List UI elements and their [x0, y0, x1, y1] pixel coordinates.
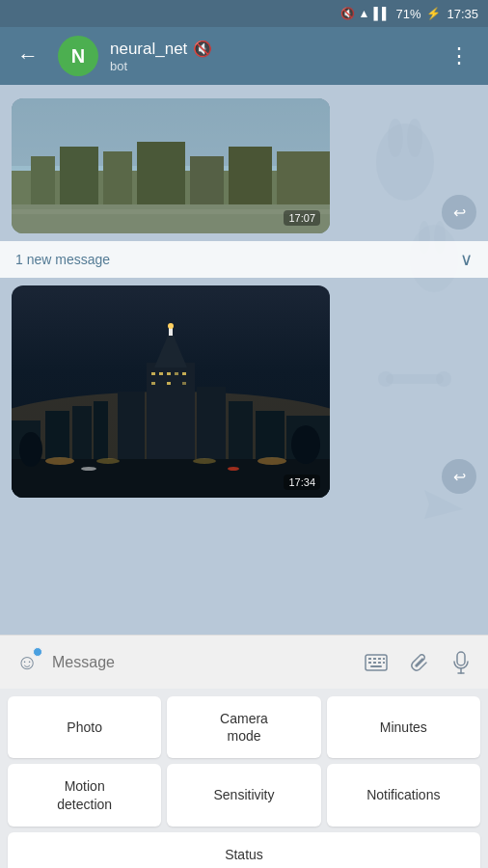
avatar: N	[58, 36, 98, 76]
svg-rect-18	[229, 147, 272, 204]
svg-rect-57	[378, 658, 381, 660]
notifications-button[interactable]: Notifications	[327, 764, 480, 826]
mute-status-icon: 🔇	[340, 7, 355, 20]
svg-rect-58	[383, 658, 385, 660]
charging-icon: ⚡	[426, 7, 441, 20]
mic-icon	[451, 651, 471, 674]
svg-point-49	[258, 457, 286, 465]
chat-subtitle: bot	[110, 59, 429, 73]
svg-rect-42	[151, 382, 155, 385]
svg-point-50	[81, 467, 96, 471]
svg-rect-61	[378, 662, 381, 664]
bot-row-3: Status	[8, 832, 480, 868]
emoji-badge	[33, 647, 42, 657]
svg-rect-14	[60, 147, 98, 204]
messages-container: 17:07 ↩ 1 new message ∨	[0, 85, 488, 635]
new-message-divider: 1 new message ∨	[0, 241, 488, 278]
chat-area: 17:07 ↩ 1 new message ∨	[0, 85, 488, 635]
attach-icon	[408, 651, 429, 674]
status-bar: 🔇 ▲ ▌▌ 71% ⚡ 17:35	[0, 0, 488, 27]
sensitivity-button[interactable]: Sensitivity	[167, 764, 320, 826]
svg-rect-38	[159, 372, 163, 375]
keyboard-icon	[365, 653, 388, 672]
svg-rect-56	[373, 658, 376, 660]
svg-rect-39	[167, 372, 171, 375]
clock: 17:35	[447, 7, 478, 21]
svg-rect-41	[182, 372, 186, 375]
status-button[interactable]: Status	[8, 832, 480, 868]
header-info: neural_net 🔇 bot	[110, 40, 429, 73]
chat-name-text: neural_net	[110, 40, 187, 59]
svg-rect-55	[368, 658, 371, 660]
wifi-icon: ▲	[359, 7, 370, 20]
svg-point-46	[45, 457, 74, 465]
minutes-button[interactable]: Minutes	[327, 696, 480, 758]
night-city-image	[12, 285, 330, 498]
image-bubble-night: 17:34	[12, 285, 330, 498]
mute-icon: 🔇	[193, 40, 212, 58]
chat-name: neural_net 🔇	[110, 40, 429, 59]
message-time-1: 17:07	[284, 210, 320, 226]
input-area: ☺	[0, 635, 488, 689]
more-button[interactable]: ⋮	[441, 40, 478, 72]
image-bubble-day: 17:07	[12, 98, 330, 233]
mic-button[interactable]	[444, 645, 478, 680]
bot-buttons-panel: Photo Camera mode Minutes Motion detecti…	[0, 689, 488, 868]
svg-rect-21	[12, 209, 330, 214]
motion-detection-button[interactable]: Motion detection	[8, 764, 161, 826]
camera-mode-button[interactable]: Camera mode	[167, 696, 320, 758]
status-icons: 🔇 ▲ ▌▌	[340, 7, 391, 20]
chevron-down-icon[interactable]: ∨	[460, 249, 473, 270]
svg-rect-62	[383, 662, 385, 664]
photo-button[interactable]: Photo	[8, 696, 161, 758]
svg-rect-60	[373, 662, 376, 664]
svg-rect-64	[457, 652, 465, 665]
svg-rect-59	[368, 662, 371, 664]
svg-rect-43	[167, 382, 171, 385]
svg-point-48	[193, 458, 216, 464]
svg-rect-17	[190, 156, 224, 204]
forward-button-1[interactable]: ↩	[442, 195, 476, 230]
attach-button[interactable]	[401, 645, 436, 680]
bot-row-2: Motion detection Sensitivity Notificatio…	[8, 764, 480, 826]
svg-rect-63	[370, 665, 382, 667]
svg-rect-44	[182, 382, 186, 385]
svg-point-53	[291, 425, 320, 464]
svg-rect-40	[175, 372, 178, 375]
back-button[interactable]: ←	[10, 40, 46, 72]
svg-rect-20	[12, 204, 330, 233]
new-message-text: 1 new message	[15, 252, 110, 267]
svg-point-52	[19, 432, 42, 467]
message-input[interactable]	[52, 654, 351, 671]
svg-rect-45	[12, 459, 330, 498]
svg-rect-37	[151, 372, 155, 375]
battery-percent: 71%	[395, 7, 420, 21]
svg-rect-15	[103, 151, 132, 204]
forward-button-2[interactable]: ↩	[442, 459, 476, 494]
svg-point-47	[96, 458, 120, 464]
svg-rect-13	[31, 156, 55, 204]
chat-header: ← N neural_net 🔇 bot ⋮	[0, 27, 488, 85]
svg-rect-19	[277, 151, 330, 204]
message-time-2: 17:34	[284, 475, 320, 490]
day-city-image	[12, 98, 330, 233]
svg-rect-16	[137, 142, 185, 204]
keyboard-button[interactable]	[359, 645, 393, 680]
svg-point-31	[168, 323, 174, 329]
message-day-image: 17:07 ↩	[0, 95, 488, 237]
svg-point-51	[228, 467, 239, 471]
emoji-button[interactable]: ☺	[10, 645, 44, 680]
message-night-image: 17:34 ↩	[0, 282, 488, 502]
signal-icon: ▌▌	[373, 7, 390, 20]
bot-row-1: Photo Camera mode Minutes	[8, 696, 480, 758]
